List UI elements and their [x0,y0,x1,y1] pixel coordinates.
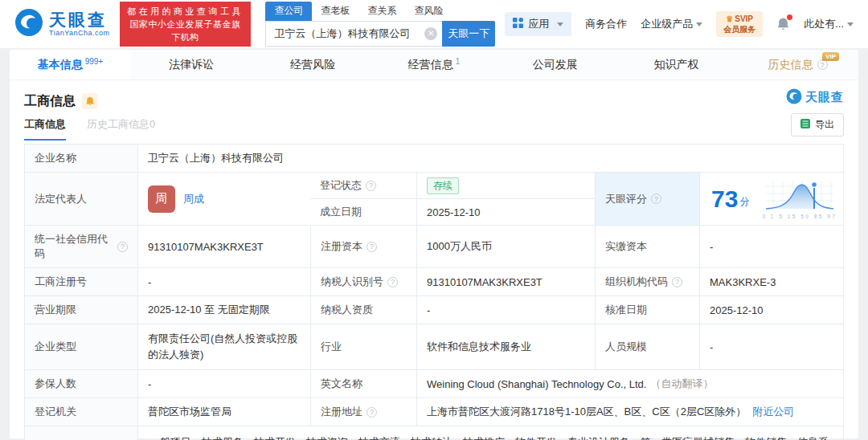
insured-count-value: - [137,370,310,397]
insured-count-label: 参保人数 [25,370,137,397]
vip-badge: VIP [822,52,839,61]
business-scope-label: 经营范围 [25,426,137,440]
business-info-table: 企业名称 卫宁云（上海）科技有限公司 法定代表人 周 周成 登记状态 [24,144,844,440]
apps-grid-icon [513,18,523,31]
taxpayer-qual-label: 纳税人资质 [310,296,416,324]
taxpayer-id-label: 纳税人识别号 [310,268,416,295]
tab-company-development[interactable]: 公司发展 [494,50,616,79]
score-axis-labels: 0 1 5 15 50 85 97 99 100 [762,214,837,219]
apps-button[interactable]: 应用 [505,12,571,36]
logo-subtitle: TianYanCha.com [49,29,110,37]
table-row: 企业类型 有限责任公司(自然人投资或控股的法人独资) 行业 软件和信息技术服务业… [25,324,843,369]
org-code-label: 组织机构代码 [595,268,699,295]
legal-rep-link[interactable]: 周成 [183,192,204,206]
tab-count-badge: 1 [456,57,461,66]
authority-label: 登记机关 [25,398,137,426]
help-icon[interactable] [672,277,682,287]
header-nav: 应用 商务合作 企业级产品 ♛SVIP 会员服务 此处有... [505,11,854,37]
tab-label: 经营信息 [408,58,453,72]
table-row: 营业期限 2025-12-10 至 无固定期限 纳税人资质 - 核准日期 202… [25,295,843,324]
subtab-history-business-info[interactable]: 历史工商信息0 [87,117,155,141]
help-icon[interactable] [651,194,661,204]
tab-label: 知识产权 [654,58,699,72]
search-tab-relation[interactable]: 查关系 [358,2,405,21]
help-icon[interactable] [366,407,377,418]
tab-intellectual-property[interactable]: 知识产权 [616,50,737,79]
legal-rep-label: 法定代表人 [25,173,137,225]
search-tab-company[interactable]: 查公司 [265,2,312,21]
help-icon[interactable] [117,242,128,252]
search-area: 查公司 查老板 查关系 查风险 ✕ 天眼一下 [265,2,495,47]
help-icon[interactable] [366,181,376,191]
announcement-bell-icon[interactable] [82,93,98,109]
slogan-line1: 都在用的商业查询工具 [127,5,244,18]
svip-membership-badge[interactable]: ♛SVIP 会员服务 [716,11,763,37]
label-text: 注册地址 [321,405,362,419]
table-row: 登记机关 普陀区市场监管局 注册地址 上海市普陀区大渡河路1718号1-10层A… [25,397,843,426]
reg-status-cell: 存续 [416,173,595,198]
authority-value: 普陀区市场监管局 [137,398,310,426]
nav-enterprise-products[interactable]: 企业级产品 [641,17,702,31]
industry-label: 行业 [310,324,416,369]
search-tab-risk[interactable]: 查风险 [405,2,452,21]
help-icon[interactable] [366,242,377,252]
term-label: 营业期限 [25,296,137,324]
label-text: 登记状态 [320,178,362,193]
status-date-stack: 登记状态 存续 成立日期 2025-12-10 [310,173,595,225]
table-row: 经营范围 一般项目：技术服务、技术开发、技术咨询、技术交流、技术转让、技术推广；… [25,426,843,440]
export-button[interactable]: 导出 [791,113,844,136]
slogan-badge: 都在用的商业查询工具 国家中小企业发展子基金旗下机构 [120,2,252,47]
legal-rep-avatar[interactable]: 周 [148,185,175,213]
export-icon [800,119,810,131]
company-type-label: 企业类型 [25,324,137,369]
company-name-value: 卫宁云（上海）科技有限公司 [137,145,843,172]
reg-no-value: - [137,268,310,295]
subtab-row: 工商信息 历史工商信息0 导出 [24,112,844,141]
main-tab-bar: 基本信息 999+ 法律诉讼 经营风险 经营信息 1 公司发展 知识产权 历史信… [10,50,858,80]
nav-business-cooperation[interactable]: 商务合作 [585,17,627,31]
section-title: 工商信息 [24,93,76,110]
tab-history-info[interactable]: 历史信息 VIP [737,50,858,79]
subtab-business-info[interactable]: 工商信息 [24,117,66,141]
tab-legal-proceedings[interactable]: 法律诉讼 [131,50,252,79]
notification-dot [787,14,792,20]
label-text: 统一社会信用代码 [35,232,113,261]
watermark-label: 天眼查 [805,90,844,105]
uscc-label: 统一社会信用代码 [25,226,137,267]
table-row: 统一社会信用代码 91310107MAK3KRXE3T 注册资本 1000万人民… [25,225,843,267]
tianyancha-logo[interactable]: 天眼查 TianYanCha.com [14,8,110,40]
business-info-section: 工商信息 天眼查 工 [10,80,858,440]
address-label: 注册地址 [310,398,416,426]
logo-title: 天眼查 [49,11,110,29]
notification-bell-icon[interactable] [776,17,790,31]
tab-operation-info[interactable]: 经营信息 1 [374,50,495,79]
svip-sublabel: 会员服务 [723,24,755,35]
label-text: 天眼评分 [605,192,647,206]
search-input[interactable] [265,21,442,47]
score-distribution-chart: 0 1 5 15 50 85 97 99 100 [762,178,837,219]
approve-date-value: 2025-12-10 [699,296,843,324]
top-header: 天眼查 TianYanCha.com 都在用的商业查询工具 国家中小企业发展子基… [0,0,868,48]
company-card: 基本信息 999+ 法律诉讼 经营风险 经营信息 1 公司发展 知识产权 历史信… [10,50,858,438]
english-name-cell: Weining Cloud (Shanghai) Technology Co.,… [416,370,843,397]
search-tab-boss[interactable]: 查老板 [312,2,358,21]
search-button[interactable]: 天眼一下 [442,21,495,47]
caret-down-icon [557,22,563,26]
score-label: 天眼评分 [595,173,699,225]
business-scope-value: 一般项目：技术服务、技术开发、技术咨询、技术交流、技术转让、技术推广；软件开发；… [137,426,843,440]
status-badge: 存续 [427,177,459,194]
english-name-label: 英文名称 [310,370,416,397]
reg-capital-label: 注册资本 [310,226,416,267]
staff-size-value: - [699,324,843,369]
english-name-value: Weining Cloud (Shanghai) Technology Co.,… [427,378,646,390]
nearby-companies-link[interactable]: 附近公司 [752,405,794,419]
tab-label: 经营风险 [290,58,335,72]
help-icon[interactable] [387,277,398,287]
tab-operation-risk[interactable]: 经营风险 [252,50,374,79]
tab-basic-info[interactable]: 基本信息 999+ [10,50,131,79]
reg-no-label: 工商注册号 [25,268,137,295]
slogan-line2: 国家中小企业发展子基金旗下机构 [127,18,244,43]
user-menu[interactable]: 此处有... [804,17,854,31]
tab-count-badge: 999+ [85,57,104,66]
score-cell[interactable]: 73 分 [699,173,849,225]
